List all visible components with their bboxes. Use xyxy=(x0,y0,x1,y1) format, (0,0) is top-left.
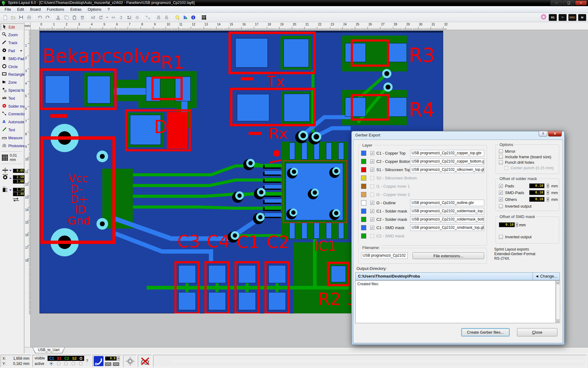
pad-outer-field[interactable]: 2.50 xyxy=(13,175,25,179)
layer-checkbox[interactable] xyxy=(370,217,374,221)
layer-checkbox[interactable] xyxy=(370,209,374,213)
smd-offset-value[interactable]: 0.10 xyxy=(499,222,515,227)
scale-x2-icon[interactable]: x2 xyxy=(89,13,97,21)
track-bend-mode-icon[interactable] xyxy=(94,356,104,366)
menu-functions[interactable]: Functions xyxy=(44,6,67,12)
smd-width-field[interactable]: 1.10 xyxy=(13,188,25,192)
sidebar-item-rectangle[interactable]: Rectangle xyxy=(1,71,24,79)
create-gerber-files-button[interactable]: Create Gerber files... xyxy=(461,328,510,336)
explode-icon[interactable] xyxy=(133,13,141,21)
silkscreen-label[interactable]: C3 xyxy=(177,231,200,251)
layer-checkbox[interactable] xyxy=(370,201,374,205)
new-file-icon[interactable] xyxy=(1,13,9,21)
layer-checkbox[interactable] xyxy=(370,168,374,172)
sidebar-item-measure[interactable]: Measure xyxy=(1,134,24,142)
sidebar-item-special-form[interactable]: @Special form xyxy=(1,86,24,94)
layer-filename-input[interactable]: USB programozó_Cp2102_soldermask_top.gbr xyxy=(410,208,484,214)
align-icon[interactable] xyxy=(125,13,133,21)
dialog-close-action-button[interactable]: Close xyxy=(517,328,557,336)
solder-offset-value[interactable]: 0.10 xyxy=(529,197,545,202)
info-icon[interactable]: i xyxy=(189,13,197,21)
dialog-help-button[interactable]: ? xyxy=(539,131,547,136)
layer-help[interactable]: ? xyxy=(86,359,88,363)
dropdown-arrow-icon[interactable] xyxy=(20,50,22,53)
active-layer-radio-o[interactable] xyxy=(79,362,82,365)
scroll-down-arrow[interactable]: ▼ xyxy=(556,319,560,323)
solder-offset-spinner[interactable] xyxy=(547,184,549,188)
sidebar-item-pad[interactable]: Pad xyxy=(1,47,24,55)
solder-offset-spinner[interactable] xyxy=(547,190,549,195)
solder-offset-value[interactable]: 0.10 xyxy=(529,183,545,188)
drc-check-icon[interactable]: DRC xyxy=(568,14,576,21)
active-layer-radio-c1[interactable] xyxy=(50,362,53,365)
track-width-field[interactable]: 0.05 xyxy=(13,169,25,173)
silkscreen-label[interactable]: Gnd xyxy=(68,214,90,227)
cut-icon[interactable] xyxy=(55,13,62,21)
active-layer-radio-s1[interactable] xyxy=(57,362,60,365)
mirror-horizontal-icon[interactable] xyxy=(109,13,117,21)
file-extensions-button[interactable]: File extensions... xyxy=(413,252,484,259)
menu-board[interactable]: Board xyxy=(27,6,43,12)
layer-color-swatch[interactable] xyxy=(361,200,366,205)
sidebar-item-connections[interactable]: Connections xyxy=(1,110,24,118)
rubberband-off-icon[interactable] xyxy=(140,357,150,366)
delete-icon[interactable] xyxy=(78,13,86,21)
active-layer-radio-c2[interactable] xyxy=(64,362,68,365)
layer-visibility-chips[interactable]: C1S1C2S2O xyxy=(47,356,84,361)
macro-library-icon[interactable]: M xyxy=(578,14,586,21)
menu-extras[interactable]: Extras xyxy=(67,6,84,12)
hatch-style-alt-icon[interactable] xyxy=(113,362,119,366)
smd-inverted-checkbox[interactable] xyxy=(499,235,503,239)
scroll-up-arrow[interactable]: ▲ xyxy=(556,281,560,284)
option-checkbox[interactable] xyxy=(499,155,503,159)
silkscreen-label[interactable]: R4 xyxy=(409,98,435,121)
save-icon[interactable] xyxy=(17,13,25,21)
test-mode-icon[interactable] xyxy=(173,13,181,21)
menu-file[interactable]: File xyxy=(2,6,14,12)
sidebar-item-zone[interactable]: Zone xyxy=(1,79,24,86)
close-button[interactable]: × xyxy=(575,1,587,5)
solder-offset-value[interactable]: 0.10 xyxy=(529,190,545,195)
photoview-pink-icon[interactable] xyxy=(540,13,547,21)
layer-checkbox[interactable] xyxy=(370,151,374,155)
created-files-list[interactable]: Created files: xyxy=(355,280,556,323)
sidebar-item-zoom[interactable]: Zoom xyxy=(1,31,24,39)
swap-dimensions-icon[interactable] xyxy=(12,197,20,203)
origin-icon[interactable] xyxy=(126,357,134,366)
layer-chip-o[interactable]: O xyxy=(80,356,82,361)
option-checkbox[interactable] xyxy=(504,166,508,170)
layer-color-swatch[interactable] xyxy=(361,233,366,239)
layer-chip-s1[interactable]: S1 xyxy=(57,356,62,361)
layer-filename-input[interactable]: USB programozó_Cp2102_silkscreen_top.gbr xyxy=(410,167,484,173)
sidebar-item-solder-mask[interactable]: Solder mask xyxy=(1,102,24,110)
solder-offset-checkbox[interactable] xyxy=(499,197,503,201)
layer-checkbox[interactable] xyxy=(370,184,374,188)
footprint-wizard-icon[interactable]: b xyxy=(181,13,189,21)
copy-icon[interactable] xyxy=(62,13,70,21)
silkscreen-label[interactable]: C2 xyxy=(267,232,290,252)
undo-icon[interactable] xyxy=(36,13,44,21)
minimize-button[interactable]: ─ xyxy=(551,1,562,5)
filename-input[interactable]: USB programozó_Cp2102 xyxy=(361,252,408,259)
unlock-icon[interactable] xyxy=(163,13,171,21)
menu-?[interactable]: ? xyxy=(105,6,112,12)
solder-inverted-checkbox[interactable] xyxy=(499,204,503,208)
track-width-value[interactable]: 0.0 xyxy=(105,356,117,361)
silkscreen-label[interactable]: R3 xyxy=(409,44,435,67)
paste-icon[interactable] xyxy=(70,13,78,21)
option-checkbox[interactable] xyxy=(499,160,503,164)
sidebar-item-circle[interactable]: Circle xyxy=(1,63,24,71)
layer-filename-input[interactable]: USB programozó_Cp2102_outline.gbr xyxy=(410,200,484,206)
layer-color-swatch[interactable] xyxy=(361,192,366,197)
value-dropdown-icon[interactable] xyxy=(9,178,12,180)
sidebar-item-track[interactable]: Track xyxy=(1,39,24,47)
sheet-tab[interactable]: USB_to_Uart xyxy=(32,347,65,353)
lock-icon[interactable] xyxy=(155,13,163,21)
active-layer-radios[interactable] xyxy=(47,362,84,365)
layer-color-swatch[interactable] xyxy=(361,209,366,214)
sidebar-item-edit[interactable]: Edit xyxy=(1,23,24,31)
layer-chip-c2[interactable]: C2 xyxy=(64,356,69,361)
layer-color-swatch[interactable] xyxy=(361,167,366,172)
sidebar-item-test[interactable]: Test xyxy=(1,126,24,134)
connections-toggle-icon[interactable] xyxy=(144,13,152,21)
